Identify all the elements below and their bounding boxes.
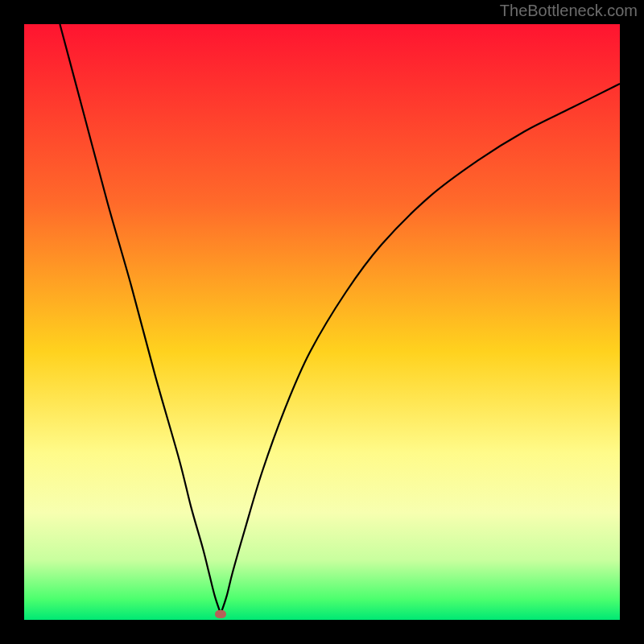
bottleneck-marker bbox=[215, 610, 226, 618]
curve-left-branch bbox=[60, 24, 221, 614]
curve-layer bbox=[24, 24, 620, 620]
chart-frame: TheBottleneck.com bbox=[0, 0, 644, 644]
watermark-text: TheBottleneck.com bbox=[500, 2, 638, 20]
plot-area bbox=[24, 24, 620, 620]
curve-right-branch bbox=[221, 84, 620, 614]
